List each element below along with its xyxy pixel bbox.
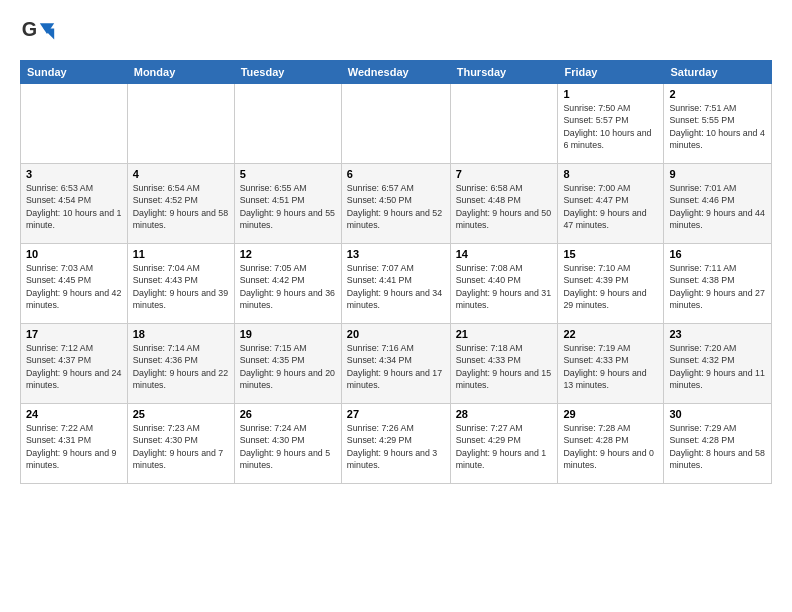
day-info: Sunrise: 7:14 AM Sunset: 4:36 PM Dayligh… — [133, 342, 229, 391]
header: G — [20, 16, 772, 52]
day-number: 22 — [563, 328, 658, 340]
calendar-cell: 26Sunrise: 7:24 AM Sunset: 4:30 PM Dayli… — [234, 404, 341, 484]
calendar-cell: 25Sunrise: 7:23 AM Sunset: 4:30 PM Dayli… — [127, 404, 234, 484]
page: G SundayMondayTuesdayWednesdayThursdayFr… — [0, 0, 792, 612]
calendar-cell: 14Sunrise: 7:08 AM Sunset: 4:40 PM Dayli… — [450, 244, 558, 324]
day-number: 14 — [456, 248, 553, 260]
calendar-week-2: 3Sunrise: 6:53 AM Sunset: 4:54 PM Daylig… — [21, 164, 772, 244]
calendar-cell: 17Sunrise: 7:12 AM Sunset: 4:37 PM Dayli… — [21, 324, 128, 404]
day-number: 30 — [669, 408, 766, 420]
calendar-cell: 18Sunrise: 7:14 AM Sunset: 4:36 PM Dayli… — [127, 324, 234, 404]
calendar-cell: 3Sunrise: 6:53 AM Sunset: 4:54 PM Daylig… — [21, 164, 128, 244]
day-info: Sunrise: 7:18 AM Sunset: 4:33 PM Dayligh… — [456, 342, 553, 391]
day-number: 3 — [26, 168, 122, 180]
day-info: Sunrise: 7:03 AM Sunset: 4:45 PM Dayligh… — [26, 262, 122, 311]
day-number: 5 — [240, 168, 336, 180]
calendar-cell — [21, 84, 128, 164]
svg-marker-2 — [43, 29, 54, 40]
day-info: Sunrise: 7:07 AM Sunset: 4:41 PM Dayligh… — [347, 262, 445, 311]
calendar-cell: 28Sunrise: 7:27 AM Sunset: 4:29 PM Dayli… — [450, 404, 558, 484]
calendar-cell: 29Sunrise: 7:28 AM Sunset: 4:28 PM Dayli… — [558, 404, 664, 484]
day-info: Sunrise: 6:53 AM Sunset: 4:54 PM Dayligh… — [26, 182, 122, 231]
day-info: Sunrise: 7:19 AM Sunset: 4:33 PM Dayligh… — [563, 342, 658, 391]
day-number: 1 — [563, 88, 658, 100]
day-number: 20 — [347, 328, 445, 340]
day-info: Sunrise: 6:57 AM Sunset: 4:50 PM Dayligh… — [347, 182, 445, 231]
day-number: 25 — [133, 408, 229, 420]
day-info: Sunrise: 7:28 AM Sunset: 4:28 PM Dayligh… — [563, 422, 658, 471]
day-number: 9 — [669, 168, 766, 180]
day-number: 11 — [133, 248, 229, 260]
day-info: Sunrise: 7:08 AM Sunset: 4:40 PM Dayligh… — [456, 262, 553, 311]
weekday-header-wednesday: Wednesday — [341, 61, 450, 84]
calendar-cell: 20Sunrise: 7:16 AM Sunset: 4:34 PM Dayli… — [341, 324, 450, 404]
calendar-cell: 4Sunrise: 6:54 AM Sunset: 4:52 PM Daylig… — [127, 164, 234, 244]
day-info: Sunrise: 7:11 AM Sunset: 4:38 PM Dayligh… — [669, 262, 766, 311]
day-info: Sunrise: 7:00 AM Sunset: 4:47 PM Dayligh… — [563, 182, 658, 231]
day-info: Sunrise: 6:58 AM Sunset: 4:48 PM Dayligh… — [456, 182, 553, 231]
calendar-cell: 8Sunrise: 7:00 AM Sunset: 4:47 PM Daylig… — [558, 164, 664, 244]
day-info: Sunrise: 7:05 AM Sunset: 4:42 PM Dayligh… — [240, 262, 336, 311]
calendar-cell: 15Sunrise: 7:10 AM Sunset: 4:39 PM Dayli… — [558, 244, 664, 324]
calendar-cell: 9Sunrise: 7:01 AM Sunset: 4:46 PM Daylig… — [664, 164, 772, 244]
day-info: Sunrise: 7:26 AM Sunset: 4:29 PM Dayligh… — [347, 422, 445, 471]
day-info: Sunrise: 6:55 AM Sunset: 4:51 PM Dayligh… — [240, 182, 336, 231]
day-number: 8 — [563, 168, 658, 180]
calendar-cell: 13Sunrise: 7:07 AM Sunset: 4:41 PM Dayli… — [341, 244, 450, 324]
day-number: 6 — [347, 168, 445, 180]
calendar-cell: 27Sunrise: 7:26 AM Sunset: 4:29 PM Dayli… — [341, 404, 450, 484]
svg-text:G: G — [22, 18, 37, 40]
weekday-header-thursday: Thursday — [450, 61, 558, 84]
calendar-cell: 23Sunrise: 7:20 AM Sunset: 4:32 PM Dayli… — [664, 324, 772, 404]
weekday-header-tuesday: Tuesday — [234, 61, 341, 84]
day-number: 16 — [669, 248, 766, 260]
day-number: 27 — [347, 408, 445, 420]
weekday-header-monday: Monday — [127, 61, 234, 84]
day-info: Sunrise: 7:23 AM Sunset: 4:30 PM Dayligh… — [133, 422, 229, 471]
day-info: Sunrise: 7:27 AM Sunset: 4:29 PM Dayligh… — [456, 422, 553, 471]
day-number: 15 — [563, 248, 658, 260]
day-number: 17 — [26, 328, 122, 340]
calendar-cell — [450, 84, 558, 164]
day-info: Sunrise: 7:01 AM Sunset: 4:46 PM Dayligh… — [669, 182, 766, 231]
day-info: Sunrise: 7:04 AM Sunset: 4:43 PM Dayligh… — [133, 262, 229, 311]
calendar-cell: 16Sunrise: 7:11 AM Sunset: 4:38 PM Dayli… — [664, 244, 772, 324]
calendar-week-3: 10Sunrise: 7:03 AM Sunset: 4:45 PM Dayli… — [21, 244, 772, 324]
weekday-header-row: SundayMondayTuesdayWednesdayThursdayFrid… — [21, 61, 772, 84]
weekday-header-saturday: Saturday — [664, 61, 772, 84]
calendar-cell — [127, 84, 234, 164]
calendar-cell: 7Sunrise: 6:58 AM Sunset: 4:48 PM Daylig… — [450, 164, 558, 244]
logo-icon: G — [20, 16, 56, 52]
calendar-cell — [341, 84, 450, 164]
calendar-cell: 10Sunrise: 7:03 AM Sunset: 4:45 PM Dayli… — [21, 244, 128, 324]
calendar-cell: 24Sunrise: 7:22 AM Sunset: 4:31 PM Dayli… — [21, 404, 128, 484]
weekday-header-friday: Friday — [558, 61, 664, 84]
day-number: 4 — [133, 168, 229, 180]
calendar-cell: 19Sunrise: 7:15 AM Sunset: 4:35 PM Dayli… — [234, 324, 341, 404]
day-info: Sunrise: 7:29 AM Sunset: 4:28 PM Dayligh… — [669, 422, 766, 471]
day-number: 28 — [456, 408, 553, 420]
day-number: 18 — [133, 328, 229, 340]
calendar-week-1: 1Sunrise: 7:50 AM Sunset: 5:57 PM Daylig… — [21, 84, 772, 164]
day-number: 10 — [26, 248, 122, 260]
day-info: Sunrise: 7:12 AM Sunset: 4:37 PM Dayligh… — [26, 342, 122, 391]
calendar-cell: 5Sunrise: 6:55 AM Sunset: 4:51 PM Daylig… — [234, 164, 341, 244]
day-info: Sunrise: 7:10 AM Sunset: 4:39 PM Dayligh… — [563, 262, 658, 311]
calendar-cell: 12Sunrise: 7:05 AM Sunset: 4:42 PM Dayli… — [234, 244, 341, 324]
day-info: Sunrise: 7:51 AM Sunset: 5:55 PM Dayligh… — [669, 102, 766, 151]
day-info: Sunrise: 7:24 AM Sunset: 4:30 PM Dayligh… — [240, 422, 336, 471]
day-number: 21 — [456, 328, 553, 340]
day-info: Sunrise: 7:50 AM Sunset: 5:57 PM Dayligh… — [563, 102, 658, 151]
weekday-header-sunday: Sunday — [21, 61, 128, 84]
calendar-cell: 21Sunrise: 7:18 AM Sunset: 4:33 PM Dayli… — [450, 324, 558, 404]
calendar-cell: 6Sunrise: 6:57 AM Sunset: 4:50 PM Daylig… — [341, 164, 450, 244]
day-info: Sunrise: 7:15 AM Sunset: 4:35 PM Dayligh… — [240, 342, 336, 391]
calendar-week-5: 24Sunrise: 7:22 AM Sunset: 4:31 PM Dayli… — [21, 404, 772, 484]
calendar-cell: 22Sunrise: 7:19 AM Sunset: 4:33 PM Dayli… — [558, 324, 664, 404]
day-number: 13 — [347, 248, 445, 260]
day-number: 19 — [240, 328, 336, 340]
day-number: 26 — [240, 408, 336, 420]
day-number: 29 — [563, 408, 658, 420]
day-number: 24 — [26, 408, 122, 420]
day-info: Sunrise: 7:20 AM Sunset: 4:32 PM Dayligh… — [669, 342, 766, 391]
